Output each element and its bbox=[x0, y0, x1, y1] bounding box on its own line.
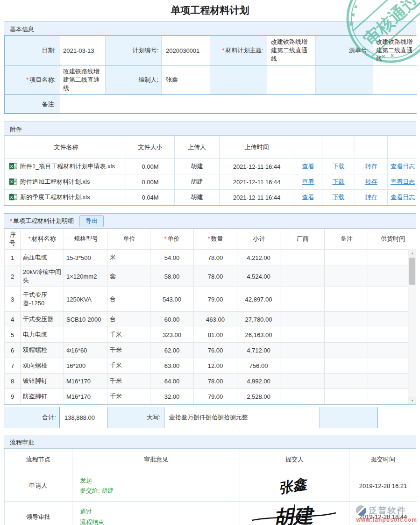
total-value: 138,888.00 bbox=[59, 407, 107, 428]
page-title: 单项工程材料计划 bbox=[0, 0, 420, 22]
remark-label: 备注: bbox=[5, 95, 59, 114]
required-asterisk: * bbox=[10, 217, 12, 224]
source-no-label: 源单号: bbox=[315, 36, 372, 65]
compiler-value: 张鑫 bbox=[162, 65, 210, 95]
detail-header-row: 序号 *材料名称 规格型号 单位 *单价 *数量 小计 厂商 备注 供货时间 bbox=[4, 229, 417, 249]
file-name-cell: X附件追加工程材料计划.xls bbox=[5, 174, 126, 190]
col-quantity: *数量 bbox=[194, 229, 237, 249]
col-empty bbox=[294, 136, 322, 159]
approval-opinion: 通过 流程结束 bbox=[72, 502, 240, 525]
excel-file-icon: X bbox=[9, 162, 17, 170]
col-approval-opinion: 审批意见 bbox=[72, 449, 240, 470]
col-material-name: *材料名称 bbox=[21, 229, 64, 249]
empty-value-cell bbox=[378, 407, 420, 428]
submitter-signature: 胡建 bbox=[240, 502, 349, 525]
totals-row: 合计: 138,888.00 大写: 壹拾叁万捌仟捌佰捌拾捌元整 bbox=[4, 407, 420, 428]
empty-value-cell bbox=[372, 65, 417, 95]
upload-time: 2021-12-11 16:44 bbox=[220, 159, 294, 174]
view-link[interactable]: 查看 bbox=[302, 194, 314, 201]
view-log-link[interactable]: 查看日志 bbox=[391, 163, 415, 170]
required-asterisk: * bbox=[26, 76, 28, 83]
col-submit-time: 提交时间 bbox=[349, 449, 417, 470]
view-link[interactable]: 查看 bbox=[302, 178, 314, 185]
view-log-link[interactable]: 查看日志 bbox=[391, 194, 415, 201]
approval-opinion: 发起 提交给: 胡建 bbox=[72, 470, 240, 502]
empty-label-cell bbox=[210, 65, 267, 95]
remark-value bbox=[59, 95, 417, 114]
material-row: 4干式变压器SCB10-2000台60.00463.0027,780.00 bbox=[5, 312, 409, 327]
export-button[interactable]: 导出 bbox=[79, 215, 104, 227]
svg-text:张鑫: 张鑫 bbox=[277, 475, 309, 496]
vertical-scrollbar[interactable]: ▲ ▼ bbox=[408, 249, 416, 404]
svg-text:X: X bbox=[10, 180, 13, 184]
upload-time: 2021-12-11 16:44 bbox=[220, 174, 294, 190]
col-empty bbox=[388, 136, 417, 159]
detail-section-title: *单项工程材料计划明细 bbox=[10, 217, 74, 225]
svg-text:X: X bbox=[10, 164, 13, 169]
col-upload-time: 上传时间 bbox=[220, 136, 294, 159]
plan-no-value: 2020030001 bbox=[162, 36, 210, 65]
basic-info-table: 日期: 2021-03-13 计划编号: 2020030001 *材料计划主题:… bbox=[4, 36, 417, 114]
material-row: 1高压电缆15-3*500米54.0078.004,212.00 bbox=[5, 250, 409, 266]
material-row: 7双向螺栓16*200千米63.0012.00756.00 bbox=[5, 358, 409, 374]
file-size: 0.00M bbox=[126, 174, 175, 190]
save-as-link[interactable]: 转存 bbox=[365, 178, 377, 185]
total-label: 合计: bbox=[4, 407, 60, 428]
process-node: 申请人 bbox=[5, 470, 72, 502]
material-row: 220kV冷缩中间头1×120mm2套58.0078.004,524.00 bbox=[5, 266, 409, 287]
signature-image: 胡建 bbox=[248, 502, 342, 525]
col-file-size: 文件大小 bbox=[126, 136, 175, 159]
submit-time: 2019-12-28 16:21 bbox=[349, 470, 417, 502]
approval-section-title: 流程审批 bbox=[4, 435, 416, 449]
material-row: 9防盗脚钉M16*170千米32.0079.002,528.00 bbox=[5, 389, 409, 404]
project-label: *项目名称: bbox=[5, 65, 59, 95]
attachments-section: 附件 文件名称 文件大小 上传人 上传时间 X附件1_项目工程材料计划申请表.x… bbox=[4, 122, 416, 206]
basic-info-section-title: 基本信息 bbox=[4, 22, 416, 36]
approval-table: 流程节点 审批意见 提交人 提交时间 申请人 发起 提交给: 胡建 张鑫 201… bbox=[4, 449, 417, 525]
approval-row: 领导审批 通过 流程结束 胡建 2019-12-28 18:44 bbox=[5, 502, 417, 525]
download-link[interactable]: 下载 bbox=[333, 163, 345, 170]
download-link[interactable]: 下载 bbox=[333, 194, 345, 201]
save-as-link[interactable]: 转存 bbox=[365, 194, 377, 201]
material-row: 6双帽螺栓Φ16*60千米62.0076.004,712.00 bbox=[5, 343, 409, 358]
approval-section: 流程审批 流程节点 审批意见 提交人 提交时间 申请人 发起 提交给: 胡建 张… bbox=[4, 435, 416, 525]
attachment-row: X附件追加工程材料计划.xls 0.00M 胡建 2021-12-11 16:4… bbox=[5, 174, 417, 190]
col-submitter: 提交人 bbox=[240, 449, 349, 470]
submitter-signature: 张鑫 bbox=[240, 470, 349, 502]
col-unit-price: *单价 bbox=[150, 229, 194, 249]
svg-text:X: X bbox=[10, 195, 13, 200]
uploader: 胡建 bbox=[175, 190, 220, 205]
col-empty bbox=[322, 136, 355, 159]
process-node: 领导审批 bbox=[5, 502, 72, 525]
material-row: 5电力电缆千米323.0081.0026,163.00 bbox=[5, 327, 409, 343]
empty-value-cell bbox=[267, 65, 315, 95]
excel-file-icon: X bbox=[9, 193, 17, 201]
scrollbar-thumb[interactable] bbox=[409, 258, 415, 285]
attachment-row: X附件1_项目工程材料计划申请表.xls 0.00M 胡建 2021-12-11… bbox=[5, 159, 417, 174]
project-value: 改建铁路线增建第二线直通线 bbox=[59, 65, 106, 95]
detail-section-title-bar: *单项工程材料计划明细 导出 bbox=[4, 214, 416, 229]
excel-file-icon: X bbox=[9, 178, 17, 186]
empty-label-cell bbox=[315, 65, 372, 95]
required-asterisk: * bbox=[222, 47, 224, 54]
page: 单项工程材料计划 审核通过 基本信息 bbox=[0, 0, 420, 525]
scroll-up-icon[interactable]: ▲ bbox=[408, 249, 416, 257]
date-label: 日期: bbox=[5, 36, 59, 65]
col-empty bbox=[355, 136, 388, 159]
detail-table: 1高压电缆15-3*500米54.0078.004,212.00 220kV冷缩… bbox=[4, 249, 409, 404]
file-size: 0.04M bbox=[126, 190, 175, 205]
col-unit: 单位 bbox=[107, 229, 150, 249]
source-no-value: 改建铁路线增建第二线直通线 bbox=[372, 36, 417, 65]
plan-no-label: 计划编号: bbox=[106, 36, 162, 65]
material-row: 8镀锌脚钉M16*170千米64.0078.004,992.00 bbox=[5, 374, 409, 389]
col-seq: 序号 bbox=[5, 229, 21, 249]
file-name-cell: X新的季度工程材料计划.xls bbox=[5, 190, 126, 205]
save-as-link[interactable]: 转存 bbox=[365, 163, 377, 170]
col-subtotal: 小计 bbox=[237, 229, 280, 249]
view-link[interactable]: 查看 bbox=[302, 163, 314, 170]
col-vendor: 厂商 bbox=[280, 229, 325, 249]
caps-label: 大写: bbox=[107, 407, 164, 428]
scroll-down-icon[interactable]: ▼ bbox=[408, 396, 416, 404]
download-link[interactable]: 下载 bbox=[333, 178, 345, 185]
view-log-link[interactable]: 查看日志 bbox=[391, 178, 415, 185]
